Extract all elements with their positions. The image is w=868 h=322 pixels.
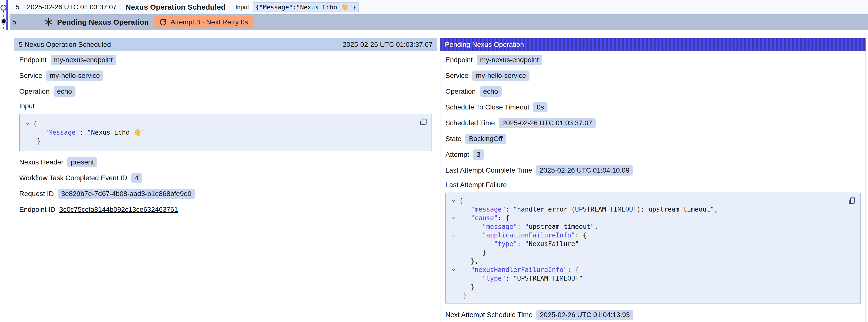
- json-code: {: [33, 120, 37, 128]
- json-gutter: [448, 257, 459, 265]
- json-gutter: [22, 120, 33, 128]
- json-line: "type": "UPSTREAM_TIMEOUT": [448, 274, 855, 283]
- json-line: }: [448, 291, 855, 300]
- field-value-chip: 4: [131, 173, 142, 183]
- field-value-chip: 2025-02-26 UTC 01:04:13.93: [536, 310, 633, 320]
- json-code: }: [459, 291, 467, 300]
- field-value-chip: echo: [54, 86, 75, 97]
- field-value-chip: my-nexus-endpoint: [51, 55, 116, 65]
- field-workflow-task-completed-event-id: Workflow Task Completed Event ID4: [19, 172, 432, 184]
- json-gutter: [448, 222, 459, 231]
- json-gutter: [22, 137, 33, 146]
- collapse-chevron-icon[interactable]: [451, 233, 456, 238]
- field-label: Last Attempt Complete Time: [445, 166, 532, 174]
- field-label: Nexus Header: [19, 158, 63, 166]
- json-code: "type": "UPSTREAM_TIMEOUT": [459, 274, 583, 283]
- field-last-attempt-complete-time: Last Attempt Complete Time2025-02-26 UTC…: [445, 165, 861, 176]
- json-line: },: [448, 257, 855, 265]
- field-value-chip: 3: [473, 150, 484, 160]
- retry-icon: [159, 18, 167, 26]
- json-gutter: [448, 291, 459, 300]
- field-operation: Operationecho: [445, 86, 861, 97]
- scheduled-event-panel: 5 Nexus Operation Scheduled 2025-02-26 U…: [14, 38, 437, 322]
- history-row-pending[interactable]: 5 Pending Nexus Operation Attempt 3 · Ne…: [10, 14, 868, 30]
- timeline-open-dot-icon: [0, 5, 6, 10]
- json-gutter: [448, 214, 459, 222]
- field-endpoint: Endpointmy-nexus-endpoint: [19, 55, 432, 65]
- input-json-viewer: { "Message": "Nexus Echo 👋" }: [19, 114, 432, 151]
- json-code: }: [459, 283, 475, 291]
- field-label: Scheduled Time: [445, 119, 495, 127]
- field-value-chip: my-hello-service: [46, 70, 103, 81]
- json-gutter: [22, 128, 33, 137]
- failure-section-label: Last Attempt Failure: [445, 181, 861, 189]
- field-service: Servicemy-hello-service: [19, 70, 432, 81]
- field-value-chip: my-hello-service: [472, 70, 529, 81]
- json-code: "Message": "Nexus Echo 👋": [33, 128, 145, 137]
- scheduled-panel-timestamp: 2025-02-26 UTC 01:03:37.07: [343, 41, 433, 49]
- field-label: Endpoint ID: [19, 205, 55, 214]
- json-gutter: [448, 205, 459, 214]
- event-id-link[interactable]: 5: [12, 18, 16, 26]
- field-attempt: Attempt3: [445, 149, 861, 160]
- json-code: "type": "NexusFailure": [459, 240, 579, 248]
- json-gutter: [448, 240, 459, 248]
- json-line: {: [22, 120, 427, 128]
- field-label: Next Attempt Schedule Time: [445, 311, 532, 319]
- json-code: },: [459, 257, 478, 265]
- json-line: "cause": {: [448, 214, 855, 222]
- history-row-scheduled[interactable]: 5 2025-02-26 UTC 01:03:37.07 Nexus Opera…: [10, 0, 868, 14]
- field-state: StateBackingOff: [445, 133, 861, 144]
- event-detail-panels: 5 Nexus Operation Scheduled 2025-02-26 U…: [14, 38, 866, 322]
- timeline-filled-dot-icon: [1, 18, 7, 24]
- collapse-chevron-icon[interactable]: [451, 267, 456, 272]
- collapse-chevron-icon[interactable]: [25, 122, 30, 127]
- json-line: "applicationFailureInfo": {: [448, 231, 855, 240]
- field-label: Service: [445, 72, 468, 79]
- field-value-chip: BackingOff: [465, 134, 506, 144]
- json-line: "message": "handler error (UPSTREAM_TIME…: [448, 205, 855, 214]
- json-code: "cause": {: [459, 214, 509, 222]
- event-timestamp: 2025-02-26 UTC 01:03:37.07: [27, 3, 117, 11]
- field-label: State: [445, 135, 461, 143]
- field-value-chip: echo: [479, 86, 502, 97]
- json-line: }: [448, 283, 855, 291]
- field-label: Schedule To Close Timeout: [445, 103, 529, 111]
- field-label: Operation: [445, 88, 476, 95]
- endpoint-id-link[interactable]: 3c0c75ccfa8144b092c13ce632463761: [59, 205, 178, 214]
- field-label: Attempt: [445, 151, 469, 159]
- scheduled-panel-title: 5 Nexus Operation Scheduled: [19, 41, 111, 49]
- field-endpoint: Endpointmy-nexus-endpoint: [445, 55, 861, 65]
- scheduled-panel-header: 5 Nexus Operation Scheduled 2025-02-26 U…: [14, 38, 437, 51]
- field-nexus-header: Nexus Headerpresent: [19, 157, 432, 168]
- copy-button[interactable]: [418, 117, 429, 127]
- field-label: Operation: [19, 88, 50, 95]
- pending-panel-title: Pending Nexus Operation: [445, 41, 524, 49]
- json-gutter: [448, 196, 459, 205]
- json-gutter: [448, 231, 459, 240]
- json-line: }: [22, 137, 427, 146]
- json-code: }: [33, 137, 41, 146]
- collapse-chevron-icon[interactable]: [451, 198, 456, 203]
- json-gutter: [448, 274, 459, 283]
- json-line: "type": "NexusFailure": [448, 240, 855, 248]
- retry-attempt-badge: Attempt 3 · Next Retry 0s: [154, 16, 253, 28]
- event-id-link[interactable]: 5: [16, 3, 20, 11]
- field-value-chip: 2025-02-26 UTC 01:03:37.07: [499, 118, 596, 128]
- field-scheduled-time: Scheduled Time2025-02-26 UTC 01:03:37.07: [445, 118, 861, 128]
- field-operation: Operationecho: [19, 86, 432, 97]
- json-code: "message": "handler error (UPSTREAM_TIME…: [459, 205, 718, 214]
- field-schedule-to-close-timeout: Schedule To Close Timeout0s: [445, 102, 861, 113]
- field-endpoint-id: Endpoint ID3c0c75ccfa8144b092c13ce632463…: [19, 204, 432, 215]
- field-value-chip: present: [67, 157, 97, 167]
- json-line: {: [448, 196, 855, 205]
- field-label: Endpoint: [445, 56, 473, 64]
- field-label: Request ID: [19, 190, 54, 198]
- copy-button[interactable]: [847, 196, 857, 206]
- json-line: }: [448, 248, 855, 257]
- json-code: "message": "upstream timeout",: [459, 222, 598, 231]
- json-code: }: [459, 248, 486, 257]
- field-label: Service: [19, 72, 42, 79]
- collapse-chevron-icon[interactable]: [451, 216, 456, 221]
- field-value-chip: 2025-02-26 UTC 01:04:10.09: [536, 165, 633, 175]
